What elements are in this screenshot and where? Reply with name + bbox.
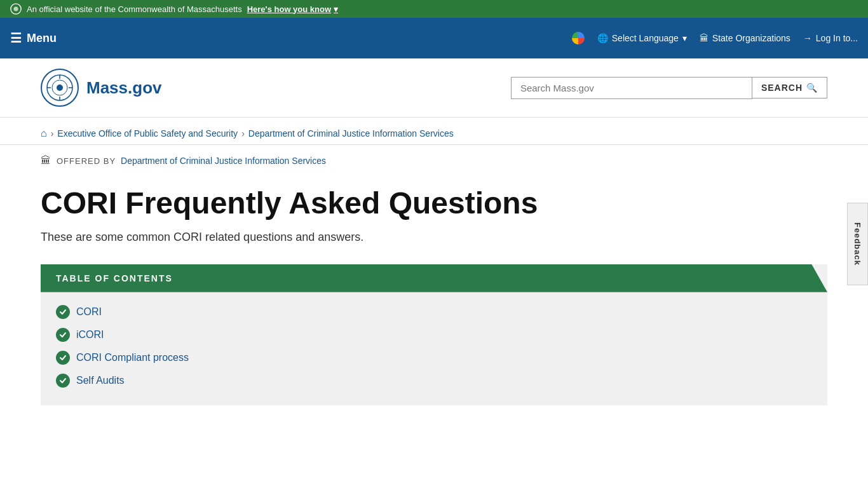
top-banner: An official website of the Commonwealth …	[0, 0, 868, 18]
toc-item: CORI	[56, 305, 812, 319]
toc-check-icon	[56, 351, 70, 365]
breadcrumb-home-link[interactable]: ⌂	[41, 128, 47, 139]
site-header: Mass.gov SEARCH 🔍	[0, 58, 868, 118]
svg-point-4	[57, 85, 63, 91]
chevron-icon: ▾	[334, 4, 338, 14]
globe-icon: 🌐	[597, 33, 608, 43]
select-language-button[interactable]: 🌐 Select Language ▾	[597, 33, 687, 43]
breadcrumb-link-2[interactable]: Department of Criminal Justice Informati…	[248, 128, 454, 139]
toc-check-icon	[56, 328, 70, 342]
breadcrumb-sep-2: ›	[241, 128, 245, 139]
menu-button[interactable]: ☰ Menu	[10, 30, 57, 46]
search-input[interactable]	[511, 77, 752, 99]
ma-seal-icon	[10, 3, 22, 15]
search-icon: 🔍	[806, 83, 818, 93]
breadcrumb-link-1[interactable]: Executive Office of Public Safety and Se…	[57, 128, 238, 139]
main-nav: ☰ Menu 🌐 Select Language ▾ 🏛 State Organ…	[0, 18, 868, 58]
log-in-button[interactable]: → Log In to...	[803, 33, 858, 43]
language-chevron-icon: ▾	[682, 33, 687, 43]
building-nav-icon: 🏛	[700, 33, 709, 43]
toc-header: TABLE OF CONTENTS	[41, 264, 827, 292]
toc-link[interactable]: Self Audits	[76, 375, 125, 386]
page-subtitle: These are some common CORI related quest…	[41, 231, 827, 244]
hamburger-icon: ☰	[10, 30, 22, 46]
toc-link[interactable]: CORI Compliant process	[76, 352, 189, 363]
search-button[interactable]: SEARCH 🔍	[752, 77, 827, 98]
home-icon: ⌂	[41, 128, 47, 139]
toc-check-icon	[56, 305, 70, 319]
toc-link[interactable]: CORI	[76, 306, 102, 318]
toc-item: iCORI	[56, 328, 812, 342]
google-translate-button[interactable]	[572, 32, 585, 44]
logo-area: Mass.gov	[41, 69, 162, 107]
main-content: CORI Frequently Asked Questions These ar…	[0, 172, 868, 421]
toc-item: CORI Compliant process	[56, 351, 812, 365]
search-area: SEARCH 🔍	[511, 77, 827, 99]
toc-body: CORIiCORICORI Compliant processSelf Audi…	[41, 292, 827, 405]
svg-point-1	[13, 6, 18, 11]
site-logo-text[interactable]: Mass.gov	[86, 78, 162, 98]
toc-item: Self Audits	[56, 374, 812, 388]
toc-link[interactable]: iCORI	[76, 329, 104, 341]
offered-by: 🏛 OFFERED BY Department of Criminal Just…	[0, 145, 868, 172]
toc-check-icon	[56, 374, 70, 388]
login-icon: →	[803, 33, 812, 43]
building-offered-icon: 🏛	[41, 155, 51, 166]
breadcrumb: ⌂ › Executive Office of Public Safety an…	[0, 118, 868, 145]
breadcrumb-sep-1: ›	[51, 128, 54, 139]
google-icon	[572, 32, 585, 44]
feedback-tab[interactable]: Feedback	[847, 203, 868, 285]
nav-right: 🌐 Select Language ▾ 🏛 State Organization…	[572, 32, 858, 44]
logo-seal	[41, 69, 79, 107]
official-text: An official website of the Commonwealth …	[27, 4, 242, 14]
state-organizations-button[interactable]: 🏛 State Organizations	[700, 33, 790, 43]
page-title: CORI Frequently Asked Questions	[41, 187, 827, 220]
table-of-contents: TABLE OF CONTENTS CORIiCORICORI Complian…	[41, 264, 827, 405]
offered-by-link[interactable]: Department of Criminal Justice Informati…	[121, 156, 326, 166]
how-to-know-button[interactable]: Here's how you know ▾	[247, 4, 338, 14]
